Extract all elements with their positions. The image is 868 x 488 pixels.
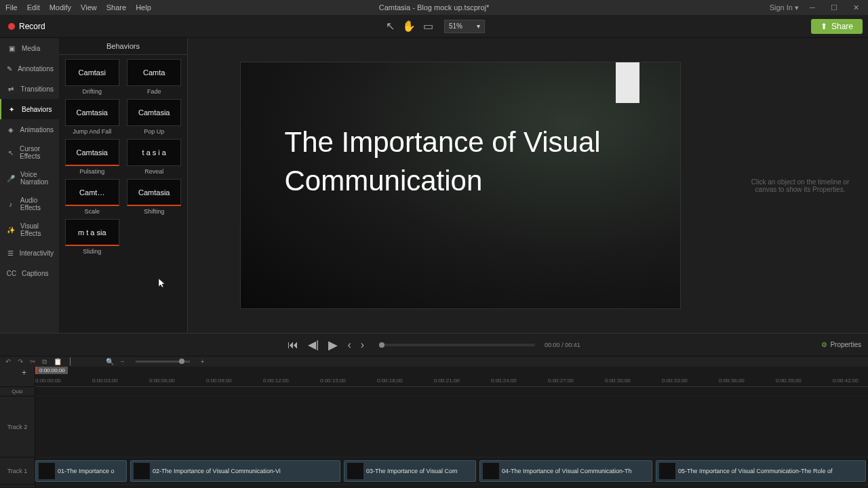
behavior-fade[interactable]: CamtaFade — [125, 59, 184, 95]
ruler-tick: 0:00:03;00 — [92, 378, 118, 384]
behavior-sliding[interactable]: m t a siaSliding — [63, 219, 121, 255]
sidebar-tab-annotations[interactable]: ✎Annotations — [0, 58, 59, 79]
voice-narration-icon: 🎤 — [7, 174, 15, 183]
step-fwd-button[interactable]: ‹ — [347, 339, 351, 351]
signin-menu[interactable]: Sign In ▾ — [770, 3, 799, 12]
behavior-jump-and-fall[interactable]: CamtasiaJump And Fall — [63, 99, 121, 135]
clip[interactable]: 05-The Importance of Visual Communicatio… — [656, 460, 866, 482]
playhead[interactable]: 0:00:00;00 — [35, 367, 68, 374]
redo-button[interactable]: ↷ — [18, 358, 23, 365]
menu-file[interactable]: File — [5, 3, 18, 12]
cursor-effects-icon: ↖ — [7, 148, 14, 157]
sidebar-tab-voice-narration[interactable]: 🎤Voice Narration — [0, 165, 59, 191]
track2-lane[interactable] — [35, 396, 868, 458]
timeline-zoom-slider[interactable] — [136, 361, 190, 363]
menu-modify[interactable]: Modify — [50, 3, 71, 12]
step-back-button[interactable]: ◀| — [308, 338, 319, 351]
split-button[interactable]: ⎮ — [68, 358, 72, 365]
behavior-preview: Camtasia — [65, 99, 119, 126]
add-track-button[interactable]: + — [22, 368, 26, 378]
menu-bar: FileEditModifyViewShareHelp Camtasia - B… — [0, 0, 868, 15]
behavior-scale[interactable]: Camt…Scale — [63, 179, 121, 215]
behavior-preview: Camta — [127, 59, 181, 86]
record-button[interactable]: Record — [0, 15, 54, 37]
quiz-track-label[interactable]: Quiz — [0, 387, 35, 396]
zoom-slider-handle[interactable] — [179, 359, 184, 364]
scrubber[interactable] — [379, 344, 535, 346]
record-label: Record — [19, 22, 45, 31]
ruler-tick: 0:00:24;00 — [491, 378, 517, 384]
properties-panel: Click an object on the timeline or canva… — [732, 38, 868, 333]
zoom-plus[interactable]: + — [201, 358, 205, 365]
menu-share[interactable]: Share — [106, 3, 126, 12]
ruler-tick: 0:00:27;00 — [548, 378, 574, 384]
properties-label: Properties — [830, 341, 861, 348]
undo-button[interactable]: ↶ — [5, 358, 11, 365]
sidebar-tab-visual-effects[interactable]: ✨Visual Effects — [0, 217, 59, 243]
clip[interactable]: 03-The Importance of Visual Com — [344, 460, 476, 482]
clip[interactable]: 01-The Importance o — [35, 460, 127, 482]
timeline-toolbar: ↶ ↷ ✂ ⧉ 📋 ⎮ 🔍 − + — [0, 356, 868, 367]
sidebar-tab-behaviors[interactable]: ✦Behaviors — [0, 99, 59, 119]
sidebar-tab-transitions[interactable]: ⇄Transitions — [0, 79, 59, 99]
properties-toggle[interactable]: ⚙ Properties — [821, 341, 861, 348]
prev-clip-button[interactable]: ⏮ — [288, 339, 298, 351]
clip[interactable]: 04-The Importance of Visual Communicatio… — [479, 460, 652, 482]
ruler-tick: 0:00:09;00 — [206, 378, 232, 384]
properties-hint: Click an object on the timeline or canva… — [746, 178, 854, 193]
menu-help[interactable]: Help — [136, 3, 151, 12]
behavior-reveal[interactable]: t a s i aReveal — [125, 139, 184, 175]
ruler-tick: 0:00:36;00 — [719, 378, 745, 384]
quiz-lane[interactable] — [35, 387, 868, 396]
menu-edit[interactable]: Edit — [27, 3, 40, 12]
panel-title: Behaviors — [59, 38, 187, 55]
crop-tool[interactable]: ▭ — [421, 20, 435, 33]
behavior-pop-up[interactable]: CamtasiaPop Up — [125, 99, 184, 135]
track1-lane[interactable]: 01-The Importance o02-The Importance of … — [35, 458, 868, 485]
next-clip-button[interactable]: › — [361, 339, 364, 351]
timeline-ruler[interactable]: 0:00:00;00 0:00:00;000:00:03;000:00:06;0… — [35, 367, 868, 387]
zoom-dropdown[interactable]: 51% ▾ — [444, 20, 485, 33]
close-button[interactable]: ✕ — [848, 3, 864, 12]
ruler-tick: 0:00:00;00 — [35, 378, 61, 384]
ruler-tick: 0:00:12;00 — [263, 378, 289, 384]
paste-button[interactable]: 📋 — [54, 358, 62, 365]
clip-label: 03-The Importance of Visual Com — [366, 468, 457, 474]
canvas-area[interactable]: The Importance of Visual Communication — [188, 38, 732, 333]
playback-bar: ⏮ ◀| ▶ ‹ › 00:00 / 00:41 ⚙ Properties — [0, 333, 868, 356]
scrubber-handle[interactable] — [379, 342, 384, 348]
hand-tool[interactable]: ✋ — [402, 20, 416, 33]
behavior-drifting[interactable]: CamtasiDrifting — [63, 59, 121, 95]
ruler-tick: 0:00:39;00 — [776, 378, 802, 384]
play-button[interactable]: ▶ — [328, 338, 338, 352]
clip-thumbnail — [483, 463, 499, 479]
ruler-tick: 0:00:18;00 — [377, 378, 403, 384]
canvas[interactable]: The Importance of Visual Communication — [240, 62, 681, 309]
minimize-button[interactable]: ─ — [804, 3, 821, 12]
menu-view[interactable]: View — [81, 3, 97, 12]
track2-label[interactable]: Track 2 — [0, 396, 35, 458]
audio-effects-icon: ♪ — [7, 199, 15, 209]
ruler-tick: 0:00:30;00 — [605, 378, 631, 384]
cut-button[interactable]: ✂ — [30, 358, 35, 365]
sidebar-tab-animations[interactable]: ◈Animations — [0, 119, 59, 140]
sidebar-tab-cursor-effects[interactable]: ↖Cursor Effects — [0, 140, 59, 165]
sidebar-tab-media[interactable]: ▣Media — [0, 38, 59, 58]
slide-accent-box[interactable] — [616, 62, 639, 103]
sidebar-tab-captions[interactable]: CCCaptions — [0, 263, 59, 283]
share-button[interactable]: ⬆ Share — [811, 19, 863, 34]
interactivity-icon: ☰ — [7, 248, 14, 258]
behaviors-panel: Behaviors CamtasiDriftingCamtaFadeCamtas… — [59, 38, 188, 333]
copy-button[interactable]: ⧉ — [42, 358, 47, 366]
sidebar-tab-audio-effects[interactable]: ♪Audio Effects — [0, 191, 59, 217]
slide-text[interactable]: The Importance of Visual Communication — [285, 123, 680, 200]
clip[interactable]: 02-The Importance of Visual Communicatio… — [130, 460, 340, 482]
zoom-minus[interactable]: − — [121, 358, 125, 365]
sidebar-tab-interactivity[interactable]: ☰Interactivity — [0, 243, 59, 263]
zoom-out-icon[interactable]: 🔍 — [106, 358, 114, 365]
pointer-tool[interactable]: ↖ — [383, 20, 397, 33]
track1-label[interactable]: Track 1 — [0, 458, 35, 485]
behavior-pulsating[interactable]: CamtasiaPulsating — [63, 139, 121, 175]
maximize-button[interactable]: ☐ — [826, 3, 842, 12]
behavior-shifting[interactable]: CamtasiaShifting — [125, 179, 184, 215]
